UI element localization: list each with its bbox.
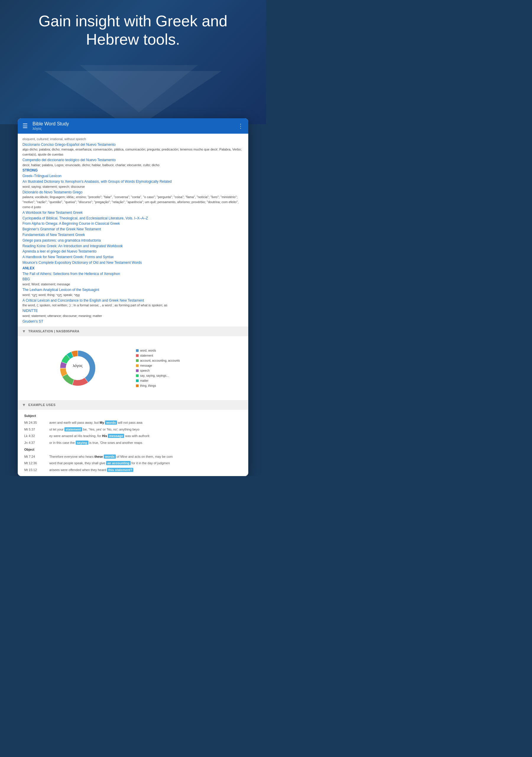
- chart-area: λόγος word, wordsstatementaccount, accou…: [22, 339, 244, 398]
- verse-ref[interactable]: Mt 12:36: [22, 460, 47, 467]
- source-link-beginner[interactable]: Beginner's Grammar of the Greek New Test…: [22, 227, 244, 232]
- example-table-container: SubjectMt 24:35aven and earth will pass …: [22, 412, 244, 473]
- legend-label: thing, things: [140, 383, 156, 388]
- verse-ref[interactable]: Jn 4:37: [22, 439, 47, 446]
- hamburger-icon[interactable]: ☰: [22, 122, 28, 130]
- source-link-xenophon[interactable]: An Illustrated Dictionary to Xenophon's …: [22, 179, 244, 184]
- source-def-nidntte: word; statement; utterance; discourse; m…: [22, 314, 102, 318]
- verse-ref[interactable]: Mt 5:37: [22, 426, 47, 433]
- source-link-wbntg[interactable]: A Workbook for New Testament Greek: [22, 210, 244, 215]
- highlighted-word: words: [104, 454, 116, 459]
- highlighted-word: an accounting: [106, 461, 131, 465]
- table-row: Lk 4:32ey were amazed at His teaching, f…: [22, 433, 244, 439]
- legend-dot: [136, 364, 139, 367]
- verse-text: word that people speak, they shall give …: [47, 460, 244, 467]
- source-link-handbook[interactable]: A Handbook for New Testament Greek: Form…: [22, 255, 244, 259]
- source-link-nidntte[interactable]: NIDNTTE: [22, 308, 244, 314]
- source-row-beginner: Beginner's Grammar of the Greek New Test…: [22, 227, 244, 232]
- source-row-anlex: ANLEX: [22, 266, 244, 271]
- source-link-critical[interactable]: A Critical Lexicon and Concordance to th…: [22, 298, 244, 303]
- source-row-nidntte: NIDNTTE word; statement; utterance; disc…: [22, 308, 244, 318]
- filter-icon: ▼: [22, 328, 26, 334]
- source-link-fall[interactable]: The Fall of Athens: Selections from the …: [22, 271, 244, 277]
- source-link-bbg[interactable]: BBG: [22, 277, 244, 282]
- app-title-block: Bible Word Study λόγος: [33, 121, 233, 131]
- legend-label: message: [140, 363, 152, 368]
- highlighted-word: message: [108, 434, 124, 438]
- source-link-dntg[interactable]: Dicionário do Novo Testamento Grego: [22, 190, 244, 195]
- source-row-cyclo: Cyclopædia of Biblical, Theological, and…: [22, 216, 244, 221]
- source-link-reading[interactable]: Reading Koine Greek: An Introduction and…: [22, 244, 244, 249]
- legend-label: matter: [140, 378, 148, 383]
- source-row-critical: A Critical Lexicon and Concordance to th…: [22, 298, 244, 308]
- source-row-dntg: Dicionário do Novo Testamento Grego pala…: [22, 190, 244, 210]
- verse-ref[interactable]: Mt 15:12: [22, 467, 47, 473]
- source-link-mounce[interactable]: Mounce's Complete Expository Dictionary …: [22, 260, 244, 265]
- example-table: SubjectMt 24:35aven and earth will pass …: [22, 412, 244, 473]
- legend-item: statement: [136, 353, 241, 358]
- verse-ref[interactable]: Mt 7:24: [22, 453, 47, 460]
- app-title: Bible Word Study: [33, 121, 233, 127]
- source-row-xenophon: An Illustrated Dictionary to Xenophon's …: [22, 179, 244, 189]
- source-link-lexham[interactable]: The Lexham Analytical Lexicon of the Sep…: [22, 288, 244, 292]
- legend-label: say, saying, sayings...: [140, 374, 169, 378]
- source-row-alpha: From Alpha to Omega: A Beginning Course …: [22, 221, 244, 226]
- source-link-gtl[interactable]: Greek–Trilingual Lexicon: [22, 173, 244, 179]
- source-def-xenophon: word; saying; statement; speech; discour…: [22, 185, 85, 188]
- chart-legend: word, wordsstatementaccount, accounting,…: [136, 348, 241, 388]
- intro-text: eloquent, cultured; irrational, without …: [22, 136, 244, 142]
- source-row-dcg: Diccionario Conciso Griego-Español del N…: [22, 142, 244, 157]
- source-link-griego[interactable]: Griego para pastores: una gramática intr…: [22, 238, 244, 243]
- highlight-prefix: these: [95, 455, 104, 458]
- source-def-cdnt: decir, hablar; palabra, Logos; enunciado…: [22, 163, 160, 167]
- source-link-dcg[interactable]: Diccionario Conciso Griego-Español del N…: [22, 142, 244, 147]
- source-link-aprenda[interactable]: Aprenda a leer el griego del Nuevo Testa…: [22, 249, 244, 254]
- legend-item: speech: [136, 369, 241, 373]
- source-row-grudem: Grudem's ST: [22, 319, 244, 324]
- app-card: ☰ Bible Word Study λόγος ⋮ eloquent, cul…: [18, 118, 248, 476]
- app-subtitle: λόγος: [33, 127, 233, 131]
- source-row-reading: Reading Koine Greek: An Introduction and…: [22, 244, 244, 249]
- highlighted-word: this statement?: [107, 468, 133, 472]
- legend-item: matter: [136, 378, 241, 383]
- source-row-strong: STRONG: [22, 168, 244, 173]
- source-link-fund[interactable]: Fundamentals of New Testament Greek: [22, 232, 244, 237]
- table-section-row: Object: [22, 446, 244, 453]
- legend-label: account, accounting, accounts: [140, 358, 180, 363]
- table-row: Jn 4:37or in this case the saying is tru…: [22, 439, 244, 446]
- source-row-fund: Fundamentals of New Testament Greek: [22, 232, 244, 237]
- source-row-lexham: The Lexham Analytical Lexicon of the Sep…: [22, 288, 244, 297]
- highlighted-word: words: [105, 420, 117, 425]
- source-link-cdnt[interactable]: Compendio del diccionario teológico del …: [22, 158, 244, 163]
- example-uses-divider: ▼ EXAMPLE USES: [18, 400, 248, 410]
- source-link-cyclo[interactable]: Cyclopædia of Biblical, Theological, and…: [22, 216, 244, 221]
- source-def-dcg: algo dicho; palabra; dicho; mensaje, ens…: [22, 148, 242, 156]
- highlighted-word: saying: [76, 440, 88, 445]
- legend-item: word, words: [136, 348, 241, 353]
- source-link-anlex[interactable]: ANLEX: [22, 266, 35, 270]
- source-link-strong[interactable]: STRONG: [22, 168, 38, 172]
- svg-text:λόγος: λόγος: [73, 363, 83, 368]
- table-header-object: Object: [22, 446, 244, 453]
- hero-section: Gain insight with Greek and Hebrew tools…: [0, 0, 266, 124]
- hero-title: Gain insight with Greek and Hebrew tools…: [0, 12, 266, 49]
- verse-text: or in this case the saying is true, 'One…: [47, 439, 244, 446]
- source-def-critical: the word, (; spoken, not written; ;) ; I…: [22, 303, 167, 307]
- legend-dot: [136, 374, 139, 377]
- source-link-grudem[interactable]: Grudem's ST: [22, 319, 244, 324]
- source-link-alpha[interactable]: From Alpha to Omega: A Beginning Course …: [22, 221, 244, 226]
- source-row-gtl: Greek–Trilingual Lexicon: [22, 173, 244, 179]
- example-uses-label: EXAMPLE USES: [28, 403, 56, 408]
- more-icon[interactable]: ⋮: [238, 122, 244, 130]
- content-area: eloquent, cultured; irrational, without …: [18, 134, 248, 476]
- verse-ref[interactable]: Mt 24:35: [22, 419, 47, 426]
- source-row-handbook: A Handbook for New Testament Greek: Form…: [22, 255, 244, 259]
- legend-dot: [136, 359, 139, 362]
- source-def-dntg: palavra; vocábulo; linguagem; idéia;; en…: [22, 195, 239, 209]
- legend-item: message: [136, 363, 241, 368]
- source-row-aprenda: Aprenda a leer el griego del Nuevo Testa…: [22, 249, 244, 254]
- verse-text: arisees were offended when they heard th…: [47, 467, 244, 473]
- verse-ref[interactable]: Lk 4:32: [22, 433, 47, 439]
- table-row: Mt 15:12arisees were offended when they …: [22, 467, 244, 473]
- app-header-bar: ☰ Bible Word Study λόγος ⋮: [18, 118, 248, 134]
